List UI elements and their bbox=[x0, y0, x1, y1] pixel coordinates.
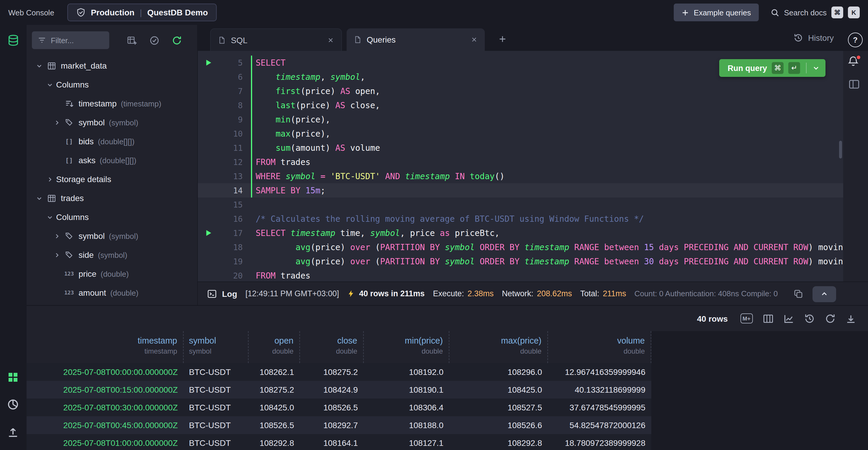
instance-badge[interactable]: Production | QuestDB Demo bbox=[67, 4, 217, 21]
chevron-right-icon[interactable] bbox=[46, 176, 56, 182]
tree-item-timestamp[interactable]: timestamp(timestamp) bbox=[27, 302, 197, 305]
sql-editor[interactable]: 5SELECT6 timestamp, symbol,7 first(price… bbox=[198, 51, 843, 281]
tab-queries[interactable]: Queries bbox=[347, 28, 485, 51]
chevron-right-icon[interactable] bbox=[54, 119, 63, 126]
table-row[interactable]: 2025-07-08T00:45:00.000000ZBTC-USDT10852… bbox=[27, 416, 651, 434]
columns-icon[interactable] bbox=[763, 313, 774, 324]
markdown-copy-icon[interactable]: M+ bbox=[740, 313, 753, 324]
tree-item-amount[interactable]: 123amount(double) bbox=[27, 283, 197, 302]
refresh-schema-icon[interactable] bbox=[172, 35, 182, 45]
history-button[interactable]: History bbox=[794, 25, 834, 51]
cell[interactable]: 2025-07-08T01:00:00.000000Z bbox=[27, 434, 184, 450]
code-line-14[interactable]: 14SAMPLE BY 15m; bbox=[198, 183, 843, 197]
cell[interactable]: BTC-USDT bbox=[184, 416, 249, 434]
code-line-9[interactable]: 9 min(price), bbox=[198, 112, 843, 126]
code-line-17[interactable]: 17SELECT timestamp time, symbol, price a… bbox=[198, 226, 843, 240]
column-header-timestamp[interactable]: timestamptimestamp bbox=[27, 331, 184, 363]
cell[interactable]: 108306.4 bbox=[364, 398, 450, 416]
column-header-close[interactable]: closedouble bbox=[300, 331, 364, 363]
search-docs-button[interactable]: Search docs ⌘ K bbox=[770, 6, 860, 18]
filter-input[interactable] bbox=[51, 36, 103, 45]
code-line-7[interactable]: 7 first(price) AS open, bbox=[198, 84, 843, 98]
code-line-13[interactable]: 13WHERE symbol = 'BTC-USDT' AND timestam… bbox=[198, 169, 843, 183]
tables-panel-icon[interactable] bbox=[7, 371, 19, 383]
download-csv-icon[interactable] bbox=[845, 313, 856, 324]
chart-icon[interactable] bbox=[783, 313, 794, 324]
close-icon[interactable] bbox=[327, 36, 334, 44]
new-tab-button[interactable] bbox=[496, 32, 509, 46]
cell[interactable]: 108190.1 bbox=[364, 381, 450, 398]
cell[interactable]: 2025-07-08T00:45:00.000000Z bbox=[27, 416, 184, 434]
cell[interactable]: BTC-USDT bbox=[184, 381, 249, 398]
cell[interactable]: 108192.0 bbox=[364, 363, 450, 381]
column-header-min-price-[interactable]: min(price)double bbox=[364, 331, 450, 363]
column-header-max-price-[interactable]: max(price)double bbox=[450, 331, 548, 363]
tree-item-trades[interactable]: trades bbox=[27, 189, 197, 207]
cell[interactable]: 108127.1 bbox=[364, 434, 450, 450]
cell[interactable]: 108526.5 bbox=[249, 416, 300, 434]
cell[interactable]: 12.967416359999946 bbox=[548, 363, 651, 381]
cell[interactable]: 108526.5 bbox=[300, 398, 364, 416]
table-row[interactable]: 2025-07-08T00:00:00.000000ZBTC-USDT10826… bbox=[27, 363, 651, 381]
cell[interactable]: 108425.0 bbox=[450, 381, 548, 398]
import-panel-icon[interactable] bbox=[7, 426, 19, 438]
cell[interactable]: 54.82547872000126 bbox=[548, 416, 651, 434]
copy-icon[interactable] bbox=[794, 289, 803, 299]
tree-item-price[interactable]: 123price(double) bbox=[27, 264, 197, 283]
tree-item-market-data[interactable]: market_data bbox=[27, 56, 197, 75]
chevron-down-icon[interactable] bbox=[46, 81, 56, 88]
cell[interactable]: 108425.0 bbox=[249, 398, 300, 416]
cell[interactable]: 2025-07-08T00:00:00.000000Z bbox=[27, 363, 184, 381]
code-line-15[interactable]: 15 bbox=[198, 197, 843, 212]
chevron-down-icon[interactable] bbox=[36, 195, 45, 201]
tree-item-timestamp[interactable]: timestamp(timestamp) bbox=[27, 94, 197, 113]
chevron-right-icon[interactable] bbox=[54, 233, 63, 239]
cell[interactable]: 108275.2 bbox=[249, 381, 300, 398]
cell[interactable]: 108527.5 bbox=[450, 398, 548, 416]
query-history-icon[interactable] bbox=[804, 313, 815, 324]
tree-item-columns[interactable]: Columns bbox=[27, 75, 197, 94]
add-table-icon[interactable] bbox=[127, 35, 137, 45]
code-line-10[interactable]: 10 max(price), bbox=[198, 126, 843, 141]
code-line-11[interactable]: 11 sum(amount) AS volume bbox=[198, 141, 843, 155]
cell[interactable]: 40.1332118699999 bbox=[548, 381, 651, 398]
tree-item-asks[interactable]: []asks(double[][]) bbox=[27, 151, 197, 170]
code-line-8[interactable]: 8 last(price) AS close, bbox=[198, 98, 843, 112]
close-icon[interactable] bbox=[471, 36, 478, 43]
editor-scrollbar[interactable] bbox=[839, 141, 842, 159]
cell[interactable]: 108292.7 bbox=[300, 416, 364, 434]
column-header-volume[interactable]: volumedouble bbox=[548, 331, 651, 363]
cell[interactable]: 108292.8 bbox=[450, 434, 548, 450]
cell[interactable]: 2025-07-08T00:30:00.000000Z bbox=[27, 398, 184, 416]
tree-item-columns[interactable]: Columns bbox=[27, 207, 197, 226]
refresh-results-icon[interactable] bbox=[825, 313, 836, 324]
cell[interactable]: BTC-USDT bbox=[184, 434, 249, 450]
cell[interactable]: 18.780972389999928 bbox=[548, 434, 651, 450]
column-header-symbol[interactable]: symbolsymbol bbox=[184, 331, 249, 363]
cell[interactable]: 108188.0 bbox=[364, 416, 450, 434]
cell[interactable]: 2025-07-08T00:15:00.000000Z bbox=[27, 381, 184, 398]
table-row[interactable]: 2025-07-08T00:15:00.000000ZBTC-USDT10827… bbox=[27, 381, 651, 398]
cell[interactable]: 108292.8 bbox=[249, 434, 300, 450]
tab-sql[interactable]: SQL bbox=[210, 28, 342, 51]
column-header-open[interactable]: opendouble bbox=[249, 331, 300, 363]
help-button[interactable]: ? bbox=[848, 32, 863, 47]
table-row[interactable]: 2025-07-08T01:00:00.000000ZBTC-USDT10829… bbox=[27, 434, 651, 450]
layout-panels-icon[interactable] bbox=[848, 79, 860, 90]
cell[interactable]: BTC-USDT bbox=[184, 398, 249, 416]
collapse-log-button[interactable] bbox=[812, 286, 836, 302]
cell[interactable]: 108164.1 bbox=[300, 434, 364, 450]
table-row[interactable]: 2025-07-08T00:30:00.000000ZBTC-USDT10842… bbox=[27, 398, 651, 416]
cell[interactable]: BTC-USDT bbox=[184, 363, 249, 381]
check-circle-icon[interactable] bbox=[149, 35, 159, 45]
chevron-down-icon[interactable] bbox=[812, 64, 819, 72]
example-queries-button[interactable]: Example queries bbox=[674, 4, 759, 21]
code-line-19[interactable]: 19 avg(price) over (PARTITION BY symbol … bbox=[198, 254, 843, 269]
cell[interactable]: 108275.2 bbox=[300, 363, 364, 381]
cell[interactable]: 108296.0 bbox=[450, 363, 548, 381]
code-line-20[interactable]: 20FROM trades bbox=[198, 269, 843, 281]
cell[interactable]: 37.67478545999995 bbox=[548, 398, 651, 416]
code-line-12[interactable]: 12FROM trades bbox=[198, 155, 843, 169]
tree-item-symbol[interactable]: symbol(symbol) bbox=[27, 226, 197, 245]
questdb-logo-icon[interactable] bbox=[6, 34, 20, 47]
